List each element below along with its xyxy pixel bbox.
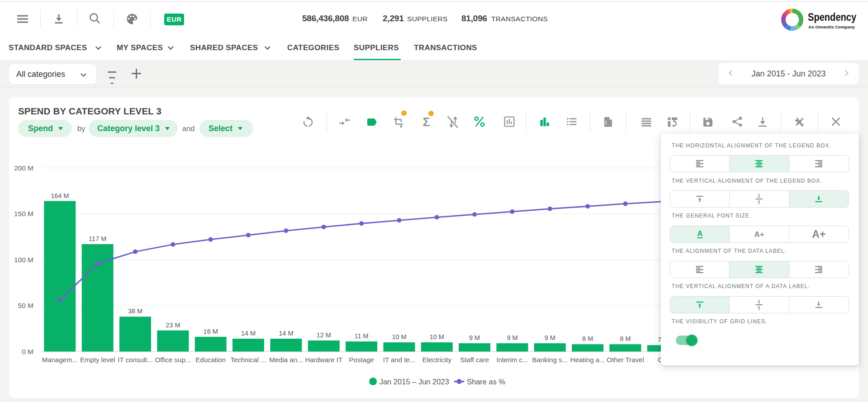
svg-text:9 M: 9 M [507, 334, 517, 341]
svg-text:Banking s...: Banking s... [532, 356, 568, 364]
svg-text:Postage: Postage [349, 356, 374, 364]
svg-text:16 M: 16 M [204, 328, 218, 335]
svg-text:Share as %: Share as % [467, 378, 506, 386]
svg-text:Electricity: Electricity [422, 356, 452, 364]
svg-text:9 M: 9 M [469, 334, 480, 341]
svg-text:38 M: 38 M [128, 307, 142, 315]
svg-text:8 M: 8 M [620, 335, 631, 342]
svg-text:Office sup...: Office sup... [155, 356, 191, 364]
svg-text:50 M: 50 M [18, 302, 33, 309]
svg-text:200 M: 200 M [14, 164, 33, 172]
svg-text:14 M: 14 M [241, 330, 256, 337]
svg-text:11 M: 11 M [355, 332, 369, 340]
svg-text:0 M: 0 M [22, 348, 33, 355]
svg-text:Interim c...: Interim c... [496, 356, 528, 364]
svg-text:Other Travel: Other Travel [607, 356, 644, 364]
svg-text:Managem...: Managem... [42, 356, 78, 364]
svg-text:14 M: 14 M [279, 330, 293, 337]
svg-text:12 M: 12 M [317, 331, 331, 339]
svg-text:Jan 2015 – Jun 2023: Jan 2015 – Jun 2023 [379, 378, 449, 386]
svg-text:Empty level: Empty level [80, 356, 115, 364]
svg-text:Staff care: Staff care [460, 356, 489, 364]
svg-text:150 M: 150 M [14, 210, 33, 218]
svg-text:10 M: 10 M [392, 333, 406, 341]
svg-text:IT consult...: IT consult... [118, 356, 152, 364]
svg-text:Hardware IT: Hardware IT [305, 356, 343, 364]
svg-text:117 M: 117 M [89, 235, 106, 242]
svg-text:164 M: 164 M [51, 192, 69, 199]
svg-text:23 M: 23 M [166, 322, 180, 329]
svg-text:Technical ...: Technical ... [230, 356, 266, 364]
svg-text:100 M: 100 M [14, 256, 33, 264]
svg-text:Media an...: Media an... [269, 356, 303, 364]
svg-text:8 M: 8 M [582, 335, 593, 342]
svg-text:Education: Education [195, 356, 226, 364]
svg-text:IT and te...: IT and te... [383, 356, 415, 364]
svg-text:Heating a...: Heating a... [570, 356, 605, 364]
svg-text:10 M: 10 M [430, 333, 444, 341]
svg-text:9 M: 9 M [545, 334, 555, 341]
